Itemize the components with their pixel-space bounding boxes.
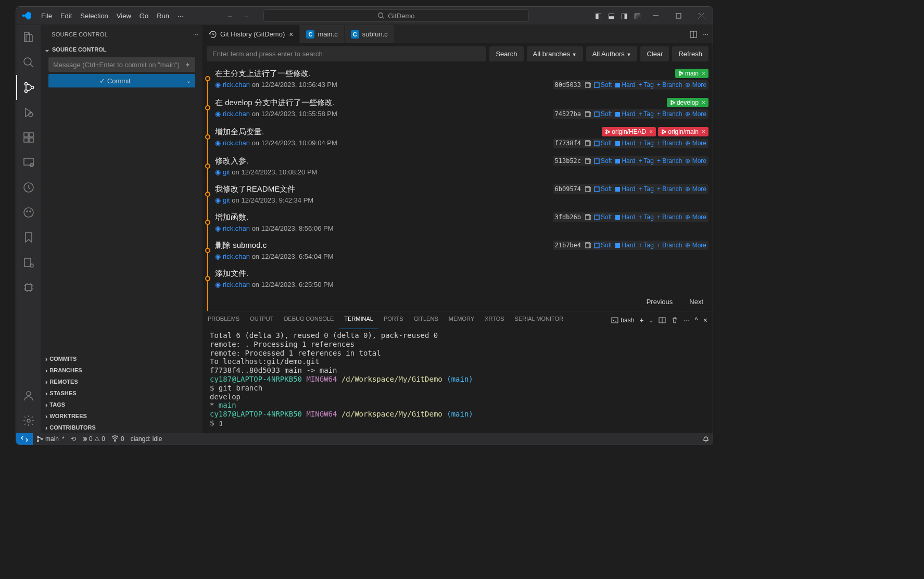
panel-tab-output[interactable]: OUTPUT: [245, 311, 279, 329]
commit-button[interactable]: ✓ Commit: [48, 74, 182, 87]
remote-indicator[interactable]: [16, 433, 33, 445]
menu-file[interactable]: File: [37, 12, 56, 20]
branch-button[interactable]: + Branch: [657, 185, 682, 193]
badge-close-icon[interactable]: ×: [702, 128, 705, 135]
scm-section-header[interactable]: ⌄ SOURCE CONTROL: [44, 43, 199, 55]
tag-button[interactable]: + Tag: [638, 157, 653, 165]
panel-tab-ports[interactable]: PORTS: [378, 311, 409, 329]
branch-button[interactable]: + Branch: [657, 157, 682, 165]
branch-button[interactable]: + Branch: [657, 242, 682, 249]
explorer-icon[interactable]: [16, 25, 41, 50]
menu-run[interactable]: Run: [153, 12, 173, 20]
menu-selection[interactable]: Selection: [76, 12, 112, 20]
authors-dropdown[interactable]: All Authors ▼: [586, 46, 638, 61]
eye-icon[interactable]: ◉: [215, 168, 221, 176]
commit-author[interactable]: rick.chan: [223, 110, 250, 118]
panel-tab-gitlens[interactable]: GITLENS: [409, 311, 444, 329]
commit-dropdown[interactable]: ⌄: [182, 74, 195, 87]
commit-author[interactable]: rick.chan: [223, 139, 250, 147]
status-sync[interactable]: ⟲: [68, 433, 79, 445]
new-terminal-icon[interactable]: +: [639, 316, 643, 324]
split-editor-icon[interactable]: [689, 30, 698, 39]
section-worktrees[interactable]: › WORKTREES: [41, 410, 202, 422]
soft-reset-button[interactable]: Soft: [594, 185, 612, 193]
panel-maximize-icon[interactable]: ^: [694, 316, 698, 324]
commit-row[interactable]: 在主分支上进行了一些修改. ◉ rick.chan on 12/24/2023,…: [202, 65, 713, 94]
terminal-profile[interactable]: bash: [611, 317, 634, 324]
badge-close-icon[interactable]: ×: [702, 70, 705, 77]
hard-reset-button[interactable]: Hard: [615, 140, 635, 147]
branch-button[interactable]: + Branch: [657, 81, 682, 89]
branch-button[interactable]: + Branch: [657, 140, 682, 147]
tag-button[interactable]: + Tag: [638, 185, 653, 193]
soft-reset-button[interactable]: Soft: [594, 157, 612, 165]
search-button[interactable]: Search: [489, 46, 523, 61]
branch-button[interactable]: + Branch: [657, 213, 682, 221]
sidebar-more-icon[interactable]: ···: [193, 31, 198, 37]
section-branches[interactable]: › BRANCHES: [41, 364, 202, 376]
commit-row[interactable]: 删除 submod.c ◉ rick.chan on 12/24/2023, 6…: [202, 236, 713, 265]
layout-panel-left-icon[interactable]: ◧: [592, 11, 605, 20]
panel-tab-terminal[interactable]: TERMINAL: [339, 311, 378, 329]
next-button[interactable]: Next: [686, 295, 706, 309]
project-icon[interactable]: [16, 250, 41, 275]
chip-icon[interactable]: [16, 275, 41, 300]
settings-gear-icon[interactable]: [16, 408, 41, 433]
section-stashes[interactable]: › STASHES: [41, 387, 202, 399]
more-button[interactable]: ⊕ More: [685, 140, 706, 147]
eye-icon[interactable]: ◉: [215, 281, 221, 288]
soft-reset-button[interactable]: Soft: [594, 242, 612, 249]
panel-close-icon[interactable]: ×: [703, 316, 707, 324]
commit-author[interactable]: git: [223, 168, 230, 176]
copy-icon[interactable]: [584, 111, 591, 118]
panel-tab-problems[interactable]: PROBLEMS: [202, 311, 245, 329]
more-menu[interactable]: ···: [173, 12, 187, 20]
tag-button[interactable]: + Tag: [638, 140, 653, 147]
prev-button[interactable]: Previous: [643, 295, 676, 309]
badge-close-icon[interactable]: ×: [649, 128, 653, 135]
run-debug-icon[interactable]: [16, 100, 41, 125]
tab[interactable]: Git History (GitDemo)×: [202, 25, 300, 43]
panel-tab-debug-console[interactable]: DEBUG CONSOLE: [279, 311, 339, 329]
layout-panel-right-icon[interactable]: ◨: [618, 11, 631, 20]
status-problems[interactable]: ⊗ 0 ⚠ 0: [79, 433, 108, 445]
gitlens-icon[interactable]: [16, 200, 41, 225]
hard-reset-button[interactable]: Hard: [615, 185, 635, 193]
eye-icon[interactable]: ◉: [215, 139, 221, 147]
menu-go[interactable]: Go: [135, 12, 153, 20]
branch-badge[interactable]: main×: [675, 69, 708, 78]
more-button[interactable]: ⊕ More: [685, 81, 706, 89]
eye-icon[interactable]: ◉: [215, 81, 221, 89]
status-clangd[interactable]: clangd: idle: [128, 433, 166, 445]
section-commits[interactable]: › COMMITS: [41, 353, 202, 364]
branch-badge[interactable]: origin/HEAD×: [602, 127, 656, 136]
commit-message-input[interactable]: Message (Ctrl+Enter to commit on "main")…: [48, 57, 195, 72]
commit-author[interactable]: rick.chan: [223, 281, 250, 288]
bookmark-icon[interactable]: [16, 225, 41, 250]
remote-icon[interactable]: [16, 150, 41, 175]
commit-row[interactable]: 增加函数. ◉ rick.chan on 12/24/2023, 8:56:06…: [202, 208, 713, 236]
copy-icon[interactable]: [584, 140, 591, 147]
eye-icon[interactable]: ◉: [215, 224, 221, 232]
tag-button[interactable]: + Tag: [638, 242, 653, 249]
accounts-icon[interactable]: [16, 383, 41, 408]
tab[interactable]: Csubfun.c: [345, 25, 395, 43]
layout-panel-bottom-icon[interactable]: ⬓: [605, 11, 618, 20]
nav-forward[interactable]: →: [240, 11, 253, 21]
tag-button[interactable]: + Tag: [638, 81, 653, 89]
panel-tab-serial-monitor[interactable]: SERIAL MONITOR: [510, 311, 569, 329]
tab-more-icon[interactable]: ···: [703, 30, 708, 38]
terminal-output[interactable]: Total 6 (delta 3), reused 0 (delta 0), p…: [202, 329, 713, 433]
hard-reset-button[interactable]: Hard: [615, 110, 635, 118]
soft-reset-button[interactable]: Soft: [594, 140, 612, 147]
hard-reset-button[interactable]: Hard: [615, 213, 635, 221]
window-maximize[interactable]: [667, 7, 690, 25]
status-bell-icon[interactable]: [699, 433, 713, 445]
more-button[interactable]: ⊕ More: [685, 110, 706, 118]
more-button[interactable]: ⊕ More: [685, 185, 706, 193]
eye-icon[interactable]: ◉: [215, 253, 221, 260]
nav-back[interactable]: ←: [224, 11, 237, 21]
refresh-button[interactable]: Refresh: [672, 46, 708, 61]
clear-button[interactable]: Clear: [640, 46, 669, 61]
commit-row[interactable]: 我修改了README文件 ◉ git on 12/24/2023, 9:42:3…: [202, 180, 713, 208]
